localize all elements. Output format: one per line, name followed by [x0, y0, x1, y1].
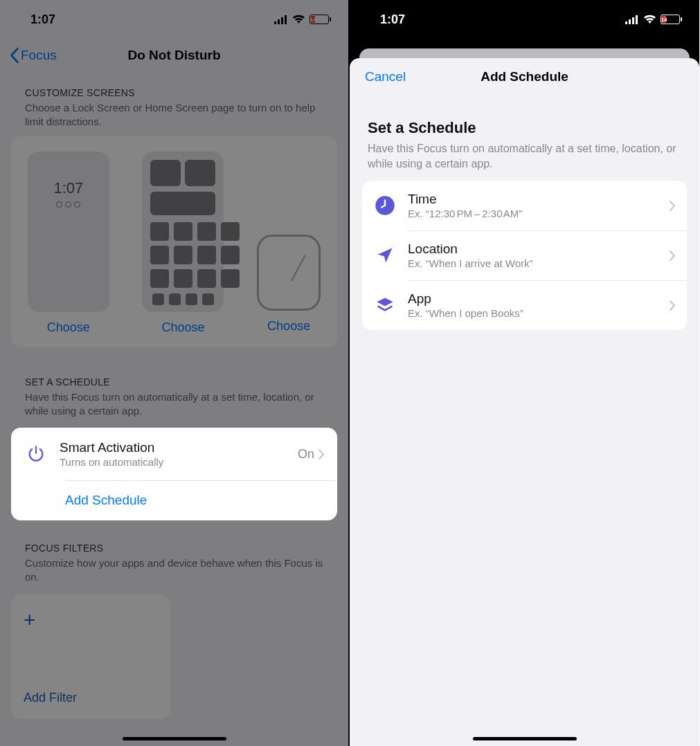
smart-activation-title: Smart Activation — [60, 440, 287, 455]
nav-bar: Focus Do Not Disturb — [0, 39, 348, 72]
smart-activation-value: On — [298, 447, 314, 462]
sheet-title: Add Schedule — [481, 69, 568, 84]
customize-screens-card: 1:07 Choose Choose Choose — [11, 136, 337, 347]
section-sub: Have this Focus turn on automatically at… — [350, 138, 699, 171]
chevron-left-icon — [10, 48, 19, 63]
watch-option[interactable]: Choose — [257, 152, 321, 335]
status-icons: 14 — [625, 15, 680, 24]
add-filter-card[interactable]: + Add Filter — [11, 594, 170, 719]
option-title: Location — [408, 242, 658, 257]
clock-icon — [373, 194, 397, 217]
lockscreen-time: 1:07 — [53, 179, 83, 197]
back-label: Focus — [21, 48, 57, 63]
add-schedule-sheet: Cancel Add Schedule Set a Schedule Have … — [350, 58, 699, 746]
status-time: 1:07 — [30, 12, 55, 27]
svg-rect-1 — [278, 19, 280, 24]
chevron-right-icon — [670, 201, 676, 211]
choose-watch[interactable]: Choose — [267, 319, 310, 334]
filters-sub: Customize how your apps and device behav… — [0, 556, 348, 585]
battery-icon: 14 — [309, 15, 329, 24]
schedule-options-card: Time Ex. “12:30 PM – 2:30 AM” Location E… — [362, 181, 687, 330]
add-schedule-button[interactable]: Add Schedule — [11, 480, 337, 520]
customize-header: CUSTOMIZE SCREENS — [0, 72, 348, 101]
chevron-right-icon — [670, 300, 676, 311]
cellular-icon — [274, 15, 288, 24]
option-time[interactable]: Time Ex. “12:30 PM – 2:30 AM” — [362, 181, 687, 230]
wifi-icon — [292, 15, 305, 24]
customize-sub: Choose a Lock Screen or Home Screen page… — [0, 101, 348, 129]
choose-homescreen[interactable]: Choose — [161, 320, 204, 335]
svg-rect-4 — [625, 21, 627, 24]
homescreen-preview — [142, 152, 224, 312]
lockscreen-widgets — [56, 201, 80, 208]
lockscreen-option[interactable]: 1:07 Choose — [28, 152, 109, 335]
svg-rect-7 — [636, 15, 638, 24]
svg-rect-5 — [629, 19, 631, 24]
wifi-icon — [643, 15, 656, 24]
plus-icon: + — [24, 608, 158, 632]
battery-level: 14 — [311, 16, 315, 23]
battery-icon: 14 — [661, 15, 680, 24]
status-bar: 1:07 14 — [0, 0, 348, 39]
schedule-sub: Have this Focus turn on automatically at… — [0, 390, 348, 419]
option-location[interactable]: Location Ex. “When I arrive at Work” — [362, 230, 687, 280]
home-indicator[interactable] — [123, 737, 226, 740]
section-title: Set a Schedule — [350, 95, 699, 138]
cellular-icon — [625, 15, 639, 24]
page-title: Do Not Disturb — [127, 48, 220, 63]
svg-rect-3 — [285, 15, 287, 24]
option-title: Time — [408, 192, 658, 207]
add-filter-label: Add Filter — [24, 691, 158, 705]
sheet-nav: Cancel Add Schedule — [350, 58, 699, 95]
option-sub: Ex. “12:30 PM – 2:30 AM” — [408, 208, 658, 219]
home-indicator[interactable] — [473, 737, 577, 740]
svg-rect-6 — [632, 17, 634, 24]
smart-activation-row[interactable]: Smart Activation Turns on automatically … — [11, 428, 337, 480]
filters-header: FOCUS FILTERS — [0, 520, 348, 556]
status-time: 1:07 — [380, 12, 405, 27]
choose-lockscreen[interactable]: Choose — [47, 320, 90, 335]
option-sub: Ex. “When I arrive at Work” — [408, 257, 658, 269]
watch-preview — [257, 235, 321, 311]
schedule-card: Smart Activation Turns on automatically … — [11, 428, 337, 520]
status-bar: 1:07 14 — [350, 0, 699, 39]
chevron-right-icon — [670, 251, 676, 261]
smart-activation-sub: Turns on automatically — [60, 456, 287, 468]
app-stack-icon — [373, 293, 397, 317]
background-sheet-peek — [359, 48, 690, 58]
option-sub: Ex. “When I open Books” — [408, 307, 658, 319]
back-button[interactable]: Focus — [10, 48, 57, 63]
homescreen-option[interactable]: Choose — [142, 152, 224, 335]
power-icon — [24, 444, 48, 464]
lockscreen-preview: 1:07 — [28, 152, 109, 312]
chevron-right-icon — [318, 449, 325, 460]
status-icons: 14 — [274, 15, 329, 24]
svg-rect-2 — [281, 17, 283, 24]
battery-level: 14 — [662, 16, 666, 23]
schedule-header: SET A SCHEDULE — [0, 347, 348, 390]
location-icon — [373, 244, 397, 267]
svg-rect-0 — [274, 21, 276, 24]
option-app[interactable]: App Ex. “When I open Books” — [362, 280, 687, 330]
option-title: App — [408, 291, 658, 307]
cancel-button[interactable]: Cancel — [365, 69, 406, 84]
